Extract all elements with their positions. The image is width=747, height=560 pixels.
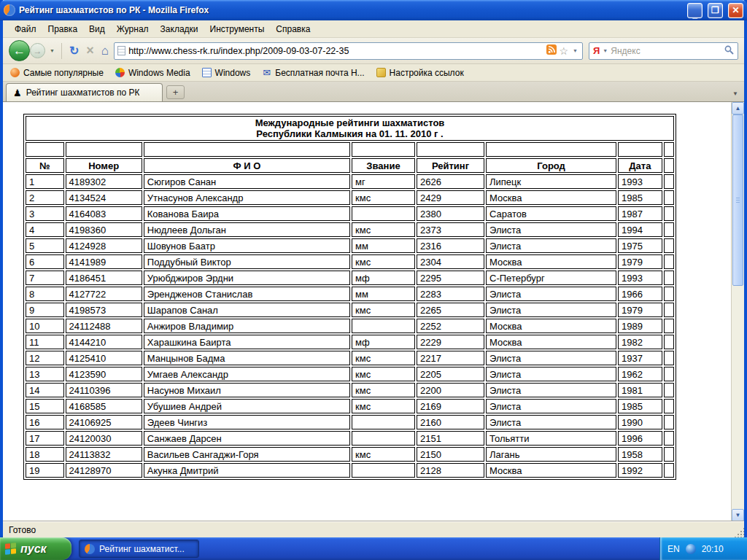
table-cell: Тольятти <box>486 431 616 446</box>
table-cell: 1962 <box>618 367 662 381</box>
table-cell: 1992 <box>618 463 662 478</box>
search-input[interactable] <box>611 46 721 56</box>
tab-list-dropdown-button[interactable]: ▼ <box>729 89 741 98</box>
home-button[interactable]: ⌂ <box>99 44 111 58</box>
tab-rating[interactable]: ♟ Рейтинг шахматистов по РК <box>6 83 163 101</box>
history-dropdown-button[interactable]: ▼ <box>48 47 56 55</box>
table-cell-empty <box>664 351 674 365</box>
rss-icon[interactable] <box>546 44 557 57</box>
table-cell: 24128970 <box>66 463 142 478</box>
table-row: 1724120030Санжаев Дарсен2151Тольятти1996 <box>26 431 674 446</box>
table-cell: 4125410 <box>66 351 142 365</box>
menu-item[interactable]: Файл <box>9 22 42 36</box>
menu-item[interactable]: Закладки <box>155 22 204 36</box>
table-cell: 2252 <box>417 319 484 333</box>
popular-icon <box>10 68 20 77</box>
url-input[interactable] <box>128 46 543 56</box>
rating-table: Международные рейтинги шахматистов Респу… <box>23 114 676 480</box>
table-row: 134123590Умгаев Александркмс2205Элиста19… <box>26 367 674 381</box>
menu-item[interactable]: Вид <box>83 22 111 36</box>
bookmark-item[interactable]: ✉Бесплатная почта Н... <box>262 68 364 78</box>
table-cell <box>352 415 415 429</box>
bookmark-item[interactable]: Windows <box>202 68 251 78</box>
table-cell: С-Петербург <box>486 271 616 285</box>
scroll-track[interactable] <box>732 114 744 509</box>
table-row: 124125410Манцынов Бадмакмс2217Элиста1937 <box>26 351 674 365</box>
browser-content: Международные рейтинги шахматистов Респу… <box>3 102 744 521</box>
chevron-down-icon: ▼ <box>573 48 578 53</box>
scroll-thumb[interactable] <box>732 114 743 286</box>
table-header-row: №НомерФ И ОЗваниеРейтингГородДата <box>26 158 674 173</box>
bookmark-item[interactable]: Настройка ссылок <box>376 68 464 78</box>
table-title-line2: Республики Калмыкия на 01. 11. 2010 г . <box>29 128 670 139</box>
status-bar: Готово <box>3 521 744 537</box>
forward-icon: → <box>34 46 42 56</box>
table-title-row: Международные рейтинги шахматистов Респу… <box>26 116 674 141</box>
minimize-icon: _ <box>692 12 697 18</box>
table-cell: Санжаев Дарсен <box>144 431 350 446</box>
table-cell: 4 <box>26 222 64 237</box>
home-icon: ⌂ <box>101 44 109 58</box>
table-cell: 1994 <box>618 222 662 237</box>
minimize-button[interactable]: _ <box>687 3 703 18</box>
menu-item[interactable]: Справка <box>270 22 316 36</box>
bookmark-item[interactable]: Самые популярные <box>10 68 104 78</box>
table-cell: 24106925 <box>66 415 142 429</box>
table-row: 154168585Убушиев Андрейкмс2169Элиста1985 <box>26 399 674 413</box>
table-cell: 4134524 <box>66 190 142 205</box>
language-indicator[interactable]: EN <box>667 544 680 554</box>
close-button[interactable]: ✕ <box>728 3 743 18</box>
table-cell: кмс <box>352 254 415 269</box>
new-tab-button[interactable]: + <box>166 85 185 99</box>
table-cell: 1985 <box>618 190 662 205</box>
search-magnifier-icon[interactable] <box>724 45 734 57</box>
table-cell: 1993 <box>618 174 662 189</box>
menu-item[interactable]: Правка <box>42 22 84 36</box>
table-cell: 1 <box>26 174 64 189</box>
search-engine-icon[interactable]: Я <box>593 45 600 56</box>
restore-button[interactable]: ❐ <box>708 3 723 18</box>
refresh-button[interactable]: ↻ <box>67 44 81 58</box>
table-cell: Шарапов Санал <box>144 303 350 317</box>
stop-button[interactable]: × <box>84 43 96 58</box>
bookmark-label: Настройка ссылок <box>390 68 464 78</box>
table-cell-empty <box>664 174 674 189</box>
table-cell: 1996 <box>618 431 662 446</box>
menu-item[interactable]: Инструменты <box>204 22 271 36</box>
table-cell: 4198360 <box>66 222 142 237</box>
resize-grip[interactable] <box>734 527 744 537</box>
table-cell: мф <box>352 335 415 349</box>
start-button[interactable]: пуск <box>0 537 71 560</box>
table-cell: 2151 <box>417 431 484 446</box>
scroll-down-button[interactable]: ▼ <box>732 509 744 521</box>
bookmark-item[interactable]: Windows Media <box>115 68 190 78</box>
menu-bar: ФайлПравкаВидЖурналЗакладкиИнструментыСп… <box>3 20 744 38</box>
table-cell: 1958 <box>618 447 662 462</box>
bookmark-star-icon[interactable]: ☆ <box>560 45 569 57</box>
forward-button[interactable]: → <box>30 43 45 58</box>
vertical-scrollbar[interactable]: ▲ ▼ <box>731 102 744 521</box>
table-cell: 2169 <box>417 399 484 413</box>
status-text: Готово <box>9 525 36 535</box>
search-engine-dropdown[interactable]: ▼ <box>603 48 608 53</box>
window-title: Рейтинг шахматистов по РК - Mozilla Fire… <box>19 5 682 15</box>
tray-icon[interactable] <box>686 544 696 554</box>
table-cell-empty <box>664 463 674 478</box>
table-cell: 2150 <box>417 447 484 462</box>
column-header: № <box>26 158 64 173</box>
table-cell: Липецк <box>486 174 616 189</box>
table-cell: Элиста <box>486 415 616 429</box>
table-cell-empty <box>664 271 674 285</box>
back-button[interactable]: ← <box>9 40 30 61</box>
scroll-up-button[interactable]: ▲ <box>732 102 744 114</box>
bookmark-label: Самые популярные <box>23 68 104 78</box>
flag-pane <box>5 549 10 555</box>
table-row: 1624106925Эдеев Чингиз2160Элиста1990 <box>26 415 674 429</box>
menu-item[interactable]: Журнал <box>111 22 155 36</box>
column-header: Город <box>486 158 616 173</box>
table-cell: 1982 <box>618 335 662 349</box>
table-cell: 4127722 <box>66 287 142 301</box>
taskbar-task-firefox[interactable]: Рейтинг шахматист... <box>79 540 199 558</box>
url-dropdown-button[interactable]: ▼ <box>571 48 579 53</box>
table-cell: Убушиев Андрей <box>144 399 350 413</box>
